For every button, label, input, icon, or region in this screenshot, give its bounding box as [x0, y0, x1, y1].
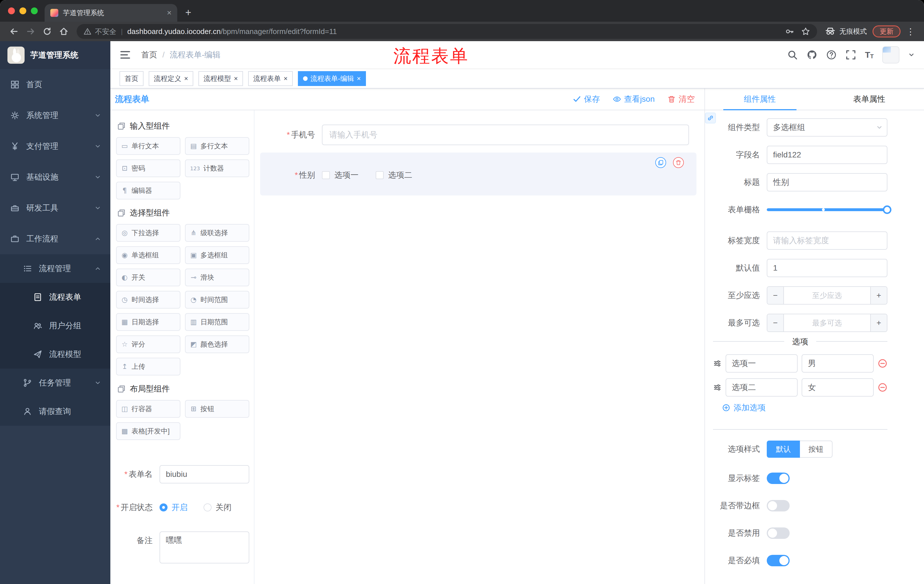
- component-chip-single-line-text[interactable]: ▭单行文本: [116, 137, 180, 155]
- disabled-toggle[interactable]: [767, 527, 790, 539]
- avatar-caret-icon[interactable]: [908, 51, 915, 58]
- sidebar-item-task-management[interactable]: 任务管理: [0, 368, 111, 397]
- security-warning-icon[interactable]: [84, 28, 91, 35]
- label-width-input[interactable]: [767, 232, 888, 250]
- sidebar-item-process-model[interactable]: 流程模型: [0, 340, 111, 368]
- forward-icon[interactable]: [26, 26, 35, 36]
- increase-button[interactable]: +: [870, 287, 887, 304]
- component-chip-time-range[interactable]: ◔时间范围: [185, 291, 249, 309]
- remove-option-icon[interactable]: [878, 359, 888, 368]
- component-chip-table[interactable]: ▩表格[开发中]: [116, 422, 180, 440]
- drag-handle-icon[interactable]: [713, 383, 722, 392]
- reload-icon[interactable]: [42, 26, 52, 36]
- required-toggle[interactable]: [767, 555, 790, 566]
- canvas-field-phone[interactable]: *手机号: [260, 125, 689, 145]
- gender-option-1-checkbox[interactable]: 选项一: [322, 170, 358, 181]
- decrease-button[interactable]: −: [767, 287, 784, 304]
- canvas-field-gender[interactable]: *性别 选项一 选项二: [260, 170, 696, 181]
- option-2-label-input[interactable]: [726, 378, 798, 396]
- show-label-toggle[interactable]: [767, 472, 790, 484]
- canvas-field-gender-selected[interactable]: *性别 选项一 选项二: [260, 153, 696, 196]
- browser-tab[interactable]: 芋道管理系统 ×: [45, 4, 177, 22]
- component-chip-slider[interactable]: ⊸滑块: [185, 268, 249, 286]
- hamburger-icon[interactable]: [119, 49, 131, 61]
- phone-input[interactable]: [322, 125, 689, 145]
- user-avatar[interactable]: [882, 46, 899, 63]
- title-input[interactable]: [767, 173, 888, 191]
- back-icon[interactable]: [9, 26, 19, 36]
- sidebar-item-process-form[interactable]: 流程表单: [0, 283, 111, 311]
- component-chip-multiline-text[interactable]: ▤多行文本: [185, 137, 249, 155]
- option-1-value-input[interactable]: [802, 354, 874, 373]
- option-1-label-input[interactable]: [726, 354, 798, 373]
- view-json-button[interactable]: 查看json: [613, 94, 655, 105]
- add-option-button[interactable]: 添加选项: [722, 402, 888, 413]
- with-border-toggle[interactable]: [767, 500, 790, 512]
- new-tab-button[interactable]: +: [185, 7, 191, 18]
- component-chip-password[interactable]: ⊡密码: [116, 160, 180, 177]
- sidebar-item-devtools[interactable]: 研发工具: [0, 192, 111, 224]
- tag-home[interactable]: 首页: [119, 71, 144, 86]
- help-icon[interactable]: [826, 49, 837, 60]
- copy-field-button[interactable]: [655, 157, 666, 168]
- sidebar-item-infrastructure[interactable]: 基础设施: [0, 162, 111, 192]
- component-chip-upload[interactable]: ↥上传: [116, 358, 180, 375]
- delete-field-button[interactable]: [673, 157, 684, 168]
- tag-process-form[interactable]: 流程表单×: [248, 71, 293, 86]
- maximize-window-button[interactable]: [31, 7, 38, 14]
- bookmark-star-icon[interactable]: [801, 27, 810, 36]
- component-chip-checkbox-group[interactable]: ▣多选框组: [185, 246, 249, 264]
- remove-option-icon[interactable]: [878, 383, 888, 392]
- slider-handle[interactable]: [883, 206, 891, 214]
- option-2-value-input[interactable]: [802, 378, 874, 396]
- component-chip-radio-group[interactable]: ◉单选框组: [116, 246, 180, 264]
- tag-process-definition[interactable]: 流程定义×: [148, 71, 193, 86]
- sidebar-item-system[interactable]: 系统管理: [0, 100, 111, 131]
- component-chip-editor[interactable]: ¶编辑器: [116, 182, 180, 199]
- sidebar-item-home[interactable]: 首页: [0, 69, 111, 100]
- status-on-radio[interactable]: 开启: [160, 502, 188, 513]
- minimize-window-button[interactable]: [20, 7, 26, 14]
- tag-process-form-edit[interactable]: 流程表单-编辑×: [298, 71, 366, 86]
- browser-menu-icon[interactable]: ⋮: [906, 26, 915, 36]
- status-off-radio[interactable]: 关闭: [203, 502, 231, 513]
- component-chip-date-picker[interactable]: ▦日期选择: [116, 313, 180, 331]
- sidebar-item-workflow[interactable]: 工作流程: [0, 224, 111, 254]
- component-type-select[interactable]: 多选框组: [767, 118, 888, 137]
- slider-rail[interactable]: [767, 208, 888, 211]
- sidebar-item-leave-query[interactable]: 请假查询: [0, 397, 111, 426]
- style-default-button[interactable]: 默认: [767, 441, 800, 458]
- link-field-button[interactable]: [705, 113, 716, 123]
- component-chip-counter[interactable]: 123计数器: [185, 160, 249, 177]
- component-chip-switch[interactable]: ◐开关: [116, 268, 180, 286]
- browser-update-button[interactable]: 更新: [873, 25, 901, 38]
- close-window-button[interactable]: [8, 7, 15, 14]
- default-value-input[interactable]: [767, 259, 888, 277]
- fullscreen-icon[interactable]: [845, 49, 856, 60]
- search-icon[interactable]: [787, 49, 798, 60]
- field-name-input[interactable]: [767, 146, 888, 164]
- component-chip-rate[interactable]: ☆评分: [116, 336, 180, 353]
- sidebar-item-user-groups[interactable]: 用户分组: [0, 311, 111, 340]
- sidebar-item-process-management[interactable]: 流程管理: [0, 254, 111, 283]
- gender-option-2-checkbox[interactable]: 选项二: [376, 170, 412, 181]
- save-button[interactable]: 保存: [573, 94, 600, 105]
- form-grid-slider[interactable]: [767, 201, 888, 219]
- form-name-input[interactable]: [160, 465, 249, 484]
- font-size-icon[interactable]: TT: [865, 51, 874, 59]
- tag-close-icon[interactable]: ×: [357, 75, 361, 82]
- tag-close-icon[interactable]: ×: [234, 75, 238, 82]
- decrease-button[interactable]: −: [767, 314, 784, 331]
- increase-button[interactable]: +: [870, 314, 887, 331]
- home-icon[interactable]: [59, 26, 69, 36]
- component-chip-date-range[interactable]: ▥日期范围: [185, 313, 249, 331]
- tab-component-properties[interactable]: 组件属性: [705, 89, 815, 110]
- component-chip-time-picker[interactable]: ◷时间选择: [116, 291, 180, 309]
- drag-handle-icon[interactable]: [713, 359, 722, 368]
- github-icon[interactable]: [807, 49, 817, 60]
- component-chip-dropdown-select[interactable]: ◎下拉选择: [116, 224, 180, 242]
- tag-process-model[interactable]: 流程模型×: [198, 71, 243, 86]
- component-chip-cascader[interactable]: ⋔级联选择: [185, 224, 249, 242]
- clear-button[interactable]: 清空: [667, 94, 695, 105]
- min-select-value[interactable]: 至少应选: [784, 287, 870, 304]
